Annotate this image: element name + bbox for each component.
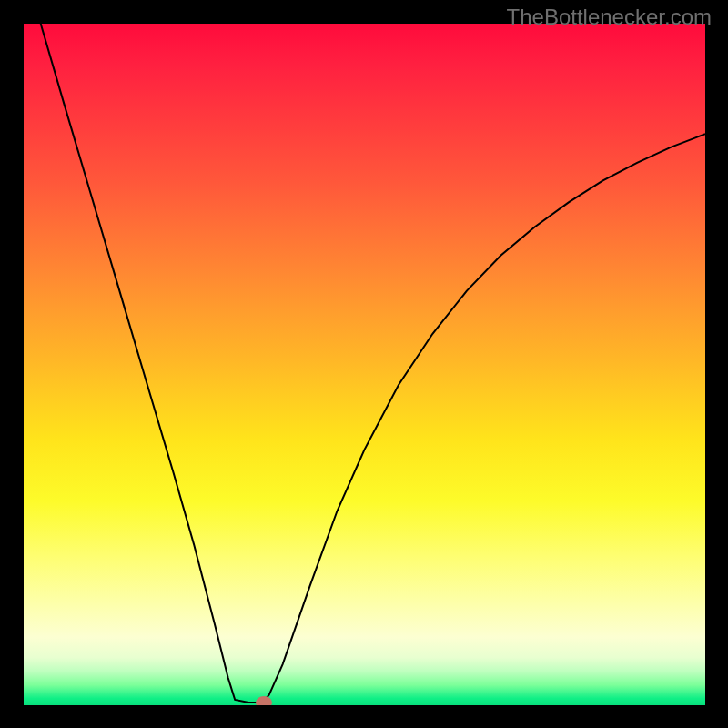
plot-area [24, 24, 705, 705]
chart-curve [24, 24, 705, 705]
watermark-text: TheBottlenecker.com [507, 5, 712, 30]
marker-dot [256, 696, 272, 705]
